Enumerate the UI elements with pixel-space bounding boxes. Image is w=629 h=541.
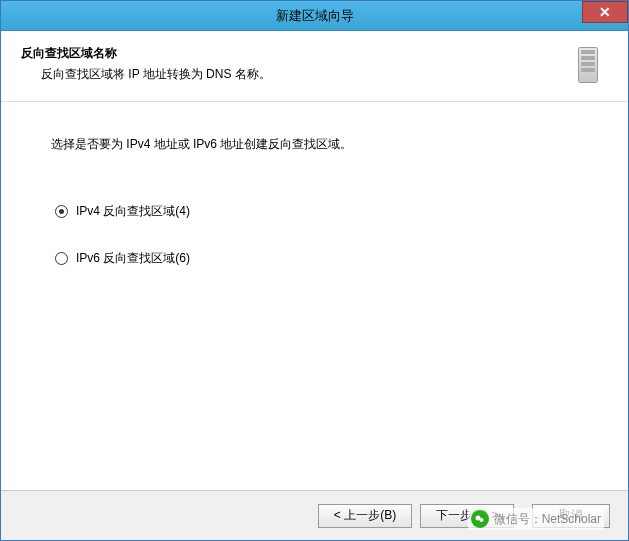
back-button[interactable]: < 上一步(B)	[318, 504, 412, 528]
wechat-icon	[471, 510, 489, 528]
radio-option-ipv4[interactable]: IPv4 反向查找区域(4)	[55, 203, 578, 220]
wizard-header: 反向查找区域名称 反向查找区域将 IP 地址转换为 DNS 名称。	[1, 31, 628, 97]
instruction-text: 选择是否要为 IPv4 地址或 IPv6 地址创建反向查找区域。	[51, 136, 578, 153]
radio-ipv6-label: IPv6 反向查找区域(6)	[76, 250, 190, 267]
header-subtitle: 反向查找区域将 IP 地址转换为 DNS 名称。	[21, 66, 558, 83]
server-icon	[558, 45, 602, 89]
close-icon: ✕	[599, 4, 611, 20]
radio-ipv6-input[interactable]	[55, 252, 68, 265]
svg-point-1	[479, 518, 483, 522]
header-title: 反向查找区域名称	[21, 45, 558, 62]
wizard-window: 新建区域向导 ✕ 反向查找区域名称 反向查找区域将 IP 地址转换为 DNS 名…	[0, 0, 629, 541]
radio-option-ipv6[interactable]: IPv6 反向查找区域(6)	[55, 250, 578, 267]
header-text-block: 反向查找区域名称 反向查找区域将 IP 地址转换为 DNS 名称。	[21, 45, 558, 83]
wizard-content: 选择是否要为 IPv4 地址或 IPv6 地址创建反向查找区域。 IPv4 反向…	[1, 101, 628, 490]
watermark-overlay: 微信号：NetScholar	[468, 508, 604, 530]
titlebar: 新建区域向导 ✕	[1, 1, 628, 31]
radio-group: IPv4 反向查找区域(4) IPv6 反向查找区域(6)	[51, 203, 578, 267]
radio-ipv4-input[interactable]	[55, 205, 68, 218]
window-title: 新建区域向导	[276, 7, 354, 25]
radio-ipv4-label: IPv4 反向查找区域(4)	[76, 203, 190, 220]
close-button[interactable]: ✕	[582, 1, 628, 23]
watermark-text: 微信号：NetScholar	[494, 511, 601, 528]
